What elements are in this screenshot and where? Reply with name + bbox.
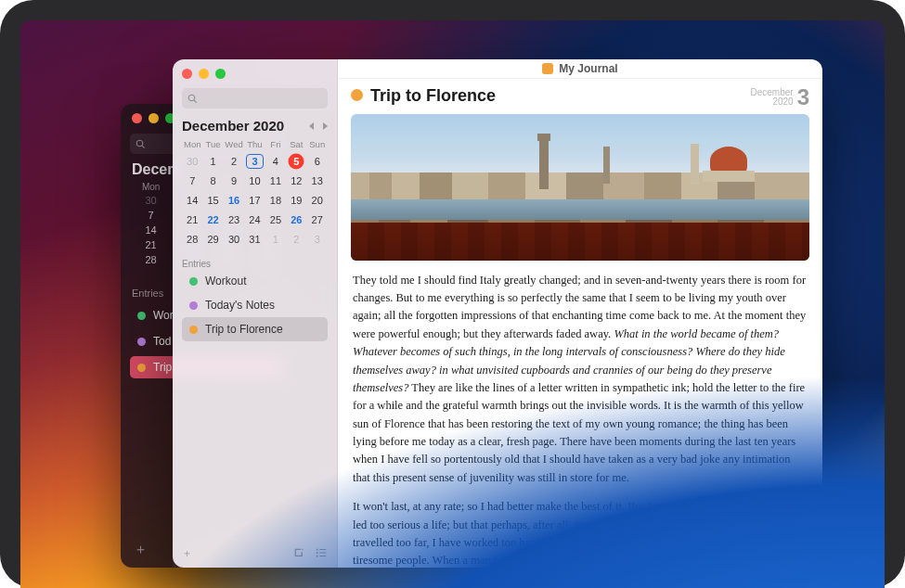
day[interactable]: 30 [132,195,170,206]
entry-header: Trip to Florence December 2020 3 [338,79,822,114]
dow: Fri [265,139,286,149]
calendar-day[interactable]: 18 [265,192,286,209]
body-text-italic: What in the world became of them? Whatev… [353,327,785,394]
close-icon[interactable] [182,69,192,79]
calendar-day[interactable]: 19 [286,192,306,209]
add-entry-button[interactable]: ＋ [134,541,148,558]
entry-label: Trip [153,361,172,374]
entry-body[interactable]: They told me I should find Italy greatly… [338,261,822,568]
list-item[interactable]: Workout [182,269,328,293]
day[interactable]: 28 [132,254,170,265]
calendar-day[interactable]: 3 [244,153,265,170]
dot-icon [137,338,146,346]
calendar-day[interactable]: 6 [307,153,328,170]
sidebar: December 2020 Mon Tue Wed Thu Fri Sat Su… [173,59,338,568]
list-item[interactable]: Tod [130,330,283,352]
weekday-header: Mon Tue Wed Thu Fri Sat Sun [182,139,328,149]
dot-icon [137,312,146,320]
new-window-icon[interactable] [292,546,305,559]
dot-icon [351,89,363,101]
entries-heading: Entries [132,288,163,299]
list-item[interactable]: Trip [130,356,283,378]
zoom-icon[interactable] [215,69,226,79]
calendar-grid: 3012345678910111213141516171819202122232… [182,153,328,248]
calendar-day[interactable]: 25 [265,211,286,228]
calendar-day[interactable]: 28 [182,231,202,248]
dow: Sun [307,139,328,149]
calendar-day[interactable]: 8 [202,173,223,189]
day[interactable]: 21 [132,239,170,250]
device-frame: Decem Mon Tue Wed Thu 30123 78910 141516… [0,0,905,588]
calendar-day[interactable]: 11 [265,173,286,189]
calendar-day[interactable]: 15 [202,192,223,209]
close-icon[interactable] [132,113,142,123]
window-title: My Journal [338,59,822,79]
chevron-right-icon[interactable] [323,122,328,130]
entry-label: Wor [153,309,174,322]
calendar-day[interactable]: 1 [265,231,286,248]
day[interactable]: 14 [132,224,170,236]
chevron-left-icon[interactable] [309,122,314,130]
dot-icon [189,277,198,286]
dow: Thu [244,139,265,149]
calendar-day[interactable]: 1 [202,153,223,170]
date-year: 2020 [751,97,794,107]
dot-icon [137,364,146,372]
day[interactable]: 7 [132,210,170,221]
calendar-day[interactable]: 14 [182,192,202,209]
calendar-day[interactable]: 27 [307,211,328,228]
sidebar-actions [292,546,328,560]
month-nav [309,122,328,130]
calendar-day[interactable]: 30 [182,153,202,170]
calendar-day[interactable]: 26 [286,211,306,228]
month-label: December 2020 [182,118,284,134]
calendar-day[interactable]: 2 [224,153,244,170]
calendar-day[interactable]: 31 [244,231,265,248]
calendar-day[interactable]: 2 [286,231,306,248]
calendar-day[interactable]: 10 [244,173,265,189]
list-icon[interactable] [315,546,328,559]
calendar-day[interactable]: 17 [244,192,265,209]
dow: Sat [286,139,306,149]
list-item[interactable]: Wor [130,304,283,326]
body-text: They told me I should find Italy greatly… [353,274,806,340]
minimize-icon[interactable] [199,69,209,79]
window-controls [182,69,328,79]
calendar-day[interactable]: 9 [224,173,244,189]
calendar-day[interactable]: 29 [202,231,223,248]
calendar-day[interactable]: 24 [244,211,265,228]
window-title-label: My Journal [559,62,617,75]
list-item[interactable]: Trip to Florence [182,317,328,341]
entry-title[interactable]: Trip to Florence [370,86,751,106]
entry-label: Today's Notes [205,299,275,312]
calendar-day[interactable]: 30 [224,231,244,248]
journal-window[interactable]: December 2020 Mon Tue Wed Thu Fri Sat Su… [173,59,822,568]
entries-list: WorkoutToday's NotesTrip to Florence [182,269,328,341]
calendar-day[interactable]: 16 [224,192,244,209]
desktop-wallpaper: Decem Mon Tue Wed Thu 30123 78910 141516… [20,20,885,588]
app-icon [542,63,553,74]
calendar-day[interactable]: 5 [286,153,306,170]
dow: Tue [202,139,223,149]
calendar-day[interactable]: 7 [182,173,202,189]
calendar-day[interactable]: 20 [307,192,328,209]
search-icon [187,94,198,104]
dot-icon [189,301,198,310]
calendar-day[interactable]: 4 [265,153,286,170]
entry-label: Workout [205,275,246,288]
calendar-day[interactable]: 21 [182,211,202,228]
entry-hero-image[interactable] [351,114,809,260]
minimize-icon[interactable] [149,113,159,123]
calendar-day[interactable]: 3 [307,231,328,248]
entry-pane: My Journal Trip to Florence December 202… [338,59,822,568]
dow: Mon [132,182,170,192]
calendar-day[interactable]: 22 [202,211,223,228]
add-entry-button[interactable]: ＋ [182,546,192,560]
calendar-day[interactable]: 12 [286,173,306,189]
entries-heading: Entries [182,259,328,269]
calendar-day[interactable]: 13 [307,173,328,189]
calendar-day[interactable]: 23 [224,211,244,228]
list-item[interactable]: Today's Notes [182,293,328,317]
search-input[interactable] [182,88,328,109]
body-text: It won't last, at any rate; so I had bet… [353,498,808,568]
